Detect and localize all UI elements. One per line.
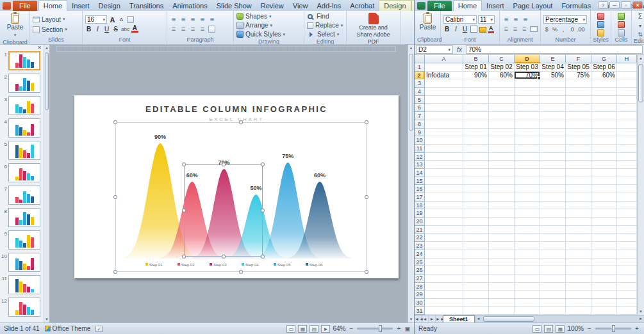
cell-E15[interactable]: [540, 177, 566, 186]
row-header-13[interactable]: 13: [415, 161, 425, 169]
slide-thumbnail-3[interactable]: 3: [1, 96, 42, 115]
number-group-label[interactable]: Number: [543, 36, 588, 44]
cell-G3[interactable]: [591, 79, 617, 88]
zoom-out-button[interactable]: −: [586, 325, 593, 332]
indent-increase-icon[interactable]: [199, 16, 206, 23]
slide-thumbnail-1[interactable]: 1: [1, 51, 42, 70]
cell-H28[interactable]: [617, 283, 637, 291]
cell-E5[interactable]: [540, 96, 566, 104]
align-bottom-icon[interactable]: [522, 16, 529, 23]
cell-G30[interactable]: [591, 299, 617, 307]
cell-A21[interactable]: [425, 226, 463, 234]
cell-D14[interactable]: [515, 169, 540, 177]
selection-handle-bl[interactable]: [182, 255, 186, 258]
cell-H29[interactable]: [617, 290, 637, 299]
cell-F3[interactable]: [566, 79, 591, 88]
cell-G28[interactable]: [591, 283, 617, 291]
xl-tabs-tab-formulas[interactable]: Formulas: [557, 1, 595, 11]
row-header-6[interactable]: 6: [415, 104, 425, 112]
cell-A27[interactable]: [425, 274, 463, 283]
number-tool-[interactable]: %: [552, 26, 558, 33]
cell-G25[interactable]: [591, 258, 617, 267]
select-all-corner[interactable]: [415, 55, 425, 63]
cell-F15[interactable]: [566, 177, 591, 186]
zoom-in-button[interactable]: +: [634, 325, 640, 332]
cell-D23[interactable]: [515, 242, 540, 250]
scrollbar-thumb[interactable]: [409, 54, 413, 131]
slide-sorter-view-icon[interactable]: [298, 325, 307, 333]
cell-E23[interactable]: [540, 242, 566, 250]
cell-F30[interactable]: [566, 299, 591, 307]
cell-A4[interactable]: [425, 88, 463, 96]
cell-A2[interactable]: Infodata: [425, 72, 463, 80]
merge-center-icon[interactable]: [530, 26, 538, 32]
row-header-14[interactable]: 14: [415, 169, 425, 177]
cell-A9[interactable]: [425, 129, 463, 137]
fit-to-window-icon[interactable]: [404, 325, 410, 332]
cell-D17[interactable]: [515, 193, 540, 202]
last-sheet-icon[interactable]: ►►: [436, 315, 443, 322]
section-button[interactable]: Section: [32, 26, 80, 34]
cell-A17[interactable]: [425, 193, 463, 202]
cell-E1[interactable]: Step 04: [540, 63, 566, 72]
cell-H18[interactable]: [617, 202, 637, 210]
cell-D29[interactable]: [515, 290, 540, 299]
cell-A14[interactable]: [425, 169, 463, 177]
scroll-down-icon[interactable]: ▼: [408, 316, 414, 322]
ppt-vertical-scrollbar[interactable]: ▲ ▼: [408, 45, 414, 322]
cell-B16[interactable]: [463, 185, 489, 193]
selection-handle-mr[interactable]: [365, 195, 368, 199]
numbering-icon[interactable]: [179, 16, 187, 23]
cell-C8[interactable]: [489, 120, 515, 129]
cell-H25[interactable]: [617, 258, 637, 267]
drawing-group-label[interactable]: Drawing: [236, 38, 302, 45]
cell-H24[interactable]: [617, 250, 637, 258]
cell-G5[interactable]: [591, 96, 617, 104]
selection-handle-bm[interactable]: [239, 270, 243, 274]
row-header-10[interactable]: 10: [415, 136, 425, 145]
cell-F28[interactable]: [566, 283, 591, 291]
cell-C6[interactable]: [489, 104, 515, 112]
row-header-8[interactable]: 8: [415, 120, 425, 129]
cell-E21[interactable]: [540, 226, 566, 234]
s-format-icon[interactable]: S: [112, 26, 119, 33]
slides-group-label[interactable]: Slides: [32, 36, 80, 44]
cell-E20[interactable]: [540, 218, 566, 226]
selection-handle-mr[interactable]: [261, 209, 265, 212]
align-left-icon[interactable]: [502, 26, 509, 33]
slide-title[interactable]: EDITABLE COLUMN INFOGRAPHIC: [74, 104, 399, 114]
i-format-icon[interactable]: I: [94, 26, 101, 33]
cell-E17[interactable]: [540, 193, 566, 202]
cell-B31[interactable]: [463, 307, 489, 315]
cell-G19[interactable]: [591, 209, 617, 218]
line-spacing-icon[interactable]: [208, 16, 216, 23]
cell-B4[interactable]: [463, 88, 489, 96]
align-center-icon[interactable]: [511, 26, 518, 33]
row-header-25[interactable]: 25: [415, 258, 425, 267]
cell-B9[interactable]: [463, 129, 489, 137]
cell-A5[interactable]: [425, 96, 463, 104]
cell-F2[interactable]: 75%: [566, 72, 591, 80]
font-group-label[interactable]: Font: [85, 36, 165, 44]
cell-D13[interactable]: [515, 161, 540, 169]
cell-F10[interactable]: [566, 136, 591, 145]
cell-G18[interactable]: [591, 202, 617, 210]
quick-styles-button[interactable]: Quick Styles: [236, 30, 302, 38]
spellcheck-icon[interactable]: [95, 326, 103, 332]
cell-G21[interactable]: [591, 226, 617, 234]
cell-D27[interactable]: [515, 274, 540, 283]
cell-H4[interactable]: [617, 88, 637, 96]
cell-E31[interactable]: [540, 307, 566, 315]
cell-G16[interactable]: [591, 185, 617, 193]
b-format-icon[interactable]: B: [443, 26, 450, 33]
excel-vertical-scrollbar[interactable]: ▲ ▼: [637, 55, 644, 315]
styles-group-label[interactable]: Styles: [593, 36, 609, 44]
align-middle-icon[interactable]: [512, 16, 520, 23]
cell-D4[interactable]: [515, 88, 540, 96]
arrange-button[interactable]: Arrange: [236, 21, 302, 29]
cell-D2[interactable]: 70%: [515, 72, 540, 80]
column-header-G[interactable]: G: [591, 55, 617, 63]
selection-handle-br[interactable]: [365, 270, 368, 274]
align-right-icon[interactable]: [189, 26, 197, 33]
u-format-icon[interactable]: U: [103, 26, 110, 33]
